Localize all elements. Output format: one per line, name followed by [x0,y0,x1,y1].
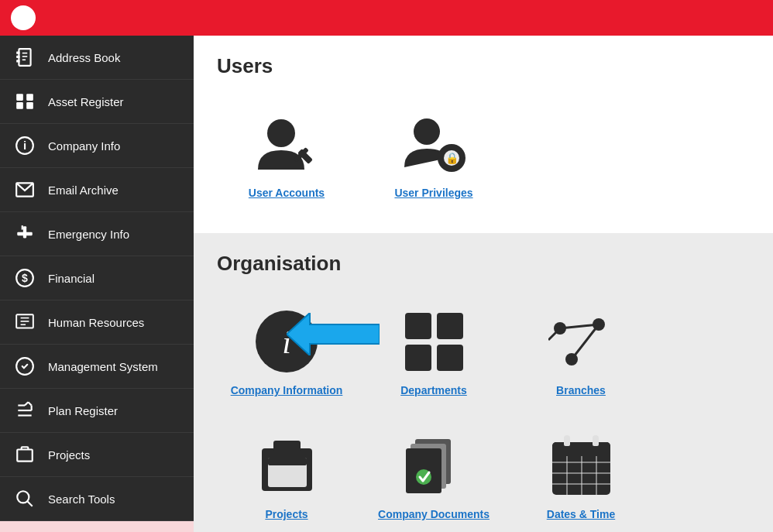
sidebar-item-search-tools-label: Search Tools [48,493,115,506]
card-user-privileges[interactable]: 🔒 User Privileges [364,94,503,210]
svg-rect-7 [16,60,19,62]
svg-point-32 [17,491,29,503]
user-accounts-label: User Accounts [249,187,325,199]
sidebar-item-email-archive[interactable]: Email Archive [0,168,194,212]
card-company-documents[interactable]: Company Documents [364,415,503,531]
projects-card-label: Projects [265,508,307,520]
users-card-grid: User Accounts 🔒 User Privileges [217,94,750,210]
sidebar-item-asset-register[interactable]: Asset Register [0,80,194,124]
sidebar-item-plan-register[interactable]: Plan Register [0,389,194,433]
users-section-title: Users [217,54,750,78]
company-documents-label: Company Documents [378,508,490,520]
svg-line-54 [572,324,599,359]
asset-register-icon [12,89,37,114]
sidebar-item-financial-label: Financial [48,272,94,285]
email-archive-icon [12,177,37,202]
svg-rect-5 [16,51,19,53]
sidebar-item-projects[interactable]: Projects [0,433,194,477]
company-information-icon: i [252,307,321,376]
sidebar-item-management-system-label: Management System [48,360,158,373]
svg-point-36 [267,119,295,147]
svg-rect-11 [26,102,33,109]
projects-icon [12,442,37,467]
svg-rect-56 [273,441,301,452]
svg-rect-6 [16,56,19,58]
card-departments[interactable]: Departments [364,291,503,407]
svg-rect-1 [19,49,30,66]
user-privileges-icon: 🔒 [399,109,469,179]
svg-rect-75 [593,437,599,446]
card-company-information[interactable]: i Company Information [217,291,356,407]
svg-text:$: $ [22,272,28,284]
sidebar-item-emergency-info[interactable]: Emergency Info [0,212,194,256]
svg-rect-31 [17,450,33,462]
users-section: Users User Accounts [217,54,750,233]
sidebar-item-company-info-label: Company Info [48,139,120,153]
user-privileges-label: User Privileges [394,187,472,199]
company-info-icon: i [12,133,37,158]
svg-rect-10 [16,102,23,109]
svg-rect-17 [22,225,23,229]
app-logo [11,5,36,30]
svg-point-0 [18,10,29,21]
sidebar-item-plan-register-label: Plan Register [48,404,118,417]
financial-icon: $ [12,266,37,290]
company-information-label: Company Information [231,384,343,396]
sidebar: Address Book Asset Register i Company In… [0,36,194,532]
human-resources-icon [12,310,37,335]
dates-time-icon [546,431,616,500]
svg-rect-48 [405,345,431,371]
dates-time-label: Dates & Time [547,508,615,520]
svg-text:🔒: 🔒 [445,152,459,165]
organisation-card-grid-row2: Projects Company Documents [217,415,750,531]
svg-rect-58 [268,458,307,465]
sidebar-item-settings[interactable]: Settings [0,521,194,532]
svg-rect-74 [564,437,570,446]
svg-rect-15 [23,226,26,238]
search-tools-icon [12,486,37,511]
card-user-accounts[interactable]: User Accounts [217,94,356,210]
main-layout: Address Book Asset Register i Company In… [0,36,773,532]
svg-rect-65 [552,450,610,456]
svg-line-33 [27,501,33,506]
svg-rect-47 [437,313,463,339]
branches-label: Branches [556,384,606,396]
sidebar-item-financial[interactable]: $ Financial [0,256,194,300]
sidebar-item-human-resources[interactable]: Human Resources [0,300,194,345]
sidebar-item-address-book-label: Address Book [48,51,120,64]
sidebar-item-asset-register-label: Asset Register [48,95,124,108]
sidebar-item-search-tools[interactable]: Search Tools [0,477,194,521]
plan-register-icon [12,398,37,423]
management-system-icon [12,354,37,379]
svg-rect-46 [405,313,431,339]
top-bar [0,0,773,36]
sidebar-item-company-info[interactable]: i Company Info [0,124,194,168]
main-content: Users User Accounts [194,36,773,532]
sidebar-item-email-archive-label: Email Archive [48,184,119,197]
branches-icon [546,307,616,376]
sidebar-item-address-book[interactable]: Address Book [0,36,194,80]
svg-rect-49 [437,345,463,371]
sidebar-item-human-resources-label: Human Resources [48,316,144,329]
company-documents-icon [399,431,469,500]
svg-point-39 [414,118,440,145]
sidebar-item-emergency-info-label: Emergency Info [48,228,129,241]
projects-card-icon [252,431,321,500]
organisation-section: Organisation i Company Informatio [194,233,773,532]
svg-rect-16 [17,232,33,235]
card-projects[interactable]: Projects [217,415,356,531]
emergency-info-icon [12,221,37,246]
svg-rect-9 [26,94,33,101]
card-dates-time[interactable]: Dates & Time [511,415,651,531]
departments-icon [399,307,469,376]
address-book-icon [12,45,37,70]
sidebar-item-management-system[interactable]: Management System [0,345,194,389]
svg-text:i: i [282,324,291,360]
organisation-card-grid-row1: i Company Information [217,291,750,407]
svg-text:i: i [23,139,26,152]
svg-rect-8 [16,94,23,101]
sidebar-item-projects-label: Projects [48,448,90,462]
organisation-section-title: Organisation [217,252,750,276]
card-branches[interactable]: Branches [511,291,651,407]
departments-label: Departments [400,384,467,396]
